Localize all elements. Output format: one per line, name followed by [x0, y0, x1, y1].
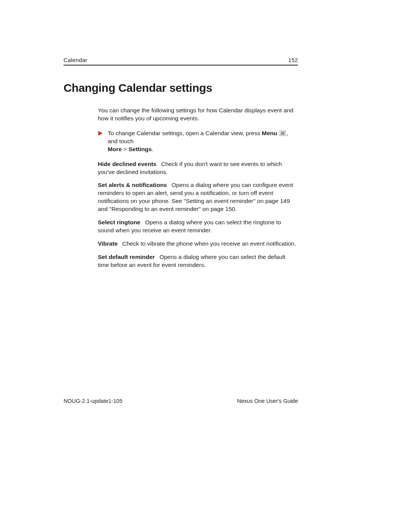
step-menu-label: Menu — [262, 130, 277, 136]
setting-label: Hide declined events — [98, 161, 156, 167]
triangle-bullet-icon — [98, 131, 103, 136]
setting-label: Set alerts & notifications — [98, 182, 167, 188]
intro-paragraph: You can change the following settings fo… — [98, 107, 298, 123]
footer-doc-id: NOUG-2.1-update1-105 — [64, 398, 123, 404]
setting-text: Check to vibrate the phone when you rece… — [122, 240, 296, 247]
body-content: You can change the following settings fo… — [98, 107, 298, 269]
header-section: Calendar — [64, 57, 87, 63]
setting-item: Select ringtoneOpens a dialog where you … — [98, 219, 298, 235]
setting-label: Select ringtone — [98, 219, 140, 225]
page-footer: NOUG-2.1-update1-105 Nexus One User's Gu… — [64, 398, 298, 404]
setting-label: Set default reminder — [98, 254, 155, 260]
step-text-pre: To change Calendar settings, open a Cale… — [108, 130, 262, 136]
header-page-number: 152 — [288, 57, 298, 63]
step-settings-label: Settings — [129, 146, 152, 152]
setting-item: Set default reminderOpens a dialog where… — [98, 253, 298, 269]
step-gt: > — [122, 146, 129, 152]
setting-item: Set alerts & notificationsOpens a dialog… — [98, 181, 298, 213]
setting-item: VibrateCheck to vibrate the phone when y… — [98, 240, 298, 248]
setting-label: Vibrate — [98, 240, 118, 247]
svg-marker-0 — [98, 131, 103, 136]
page-title: Changing Calendar settings — [64, 81, 298, 94]
menu-icon — [280, 131, 286, 136]
footer-guide-title: Nexus One User's Guide — [237, 398, 298, 404]
running-header: Calendar 152 — [64, 57, 298, 66]
setting-item: Hide declined eventsCheck if you don't w… — [98, 160, 298, 176]
step-more-label: More — [108, 146, 122, 152]
document-page: Calendar 152 Changing Calendar settings … — [0, 0, 411, 532]
instruction-step: To change Calendar settings, open a Cale… — [98, 129, 298, 153]
step-period: . — [152, 146, 153, 152]
